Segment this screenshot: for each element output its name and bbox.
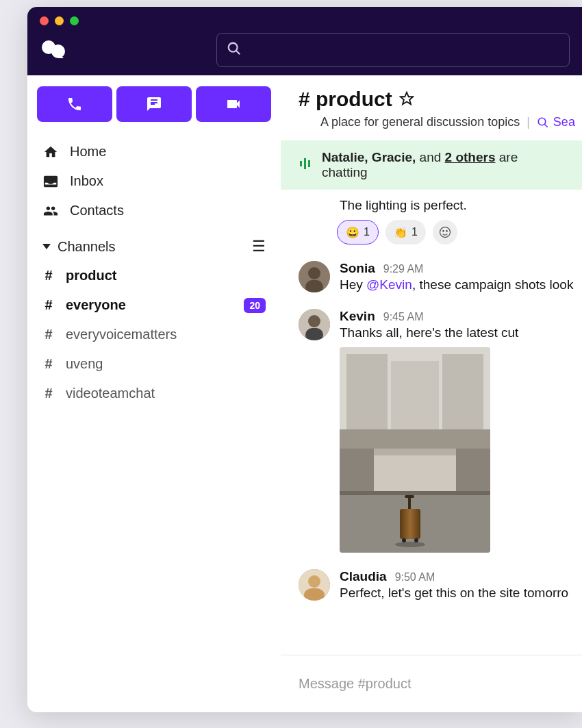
inbox-icon	[42, 174, 59, 189]
channel-item-everyvoicematters[interactable]: #everyvoicematters	[37, 320, 271, 349]
message-row: Sonia 9:29 AM Hey @Kevin, these campaign…	[299, 261, 582, 292]
svg-point-12	[446, 231, 447, 232]
channel-name: videoteamchat	[66, 386, 155, 401]
close-window-button[interactable]	[40, 16, 49, 25]
star-icon[interactable]	[399, 88, 414, 111]
global-search-input[interactable]	[216, 33, 570, 67]
sidebar: Home Inbox Contacts Channels ☰ #product	[27, 75, 281, 712]
channel-item-uveng[interactable]: #uveng	[37, 349, 271, 379]
caret-down-icon	[42, 244, 51, 249]
svg-rect-7	[300, 161, 302, 166]
svg-rect-29	[340, 491, 490, 495]
message-row: Claudia 9:50 AM Perfect, let's get this …	[299, 569, 582, 601]
previous-message-text: The lighting is perfect.	[340, 198, 582, 213]
message-list: The lighting is perfect. 😀 1 👏 1	[281, 190, 582, 655]
message-composer[interactable]: Message #product	[281, 655, 582, 712]
message-author: Claudia	[340, 569, 387, 584]
maximize-window-button[interactable]	[70, 16, 79, 25]
svg-rect-21	[391, 361, 439, 429]
sidebar-item-label: Contacts	[70, 203, 124, 218]
channel-name: product	[66, 268, 116, 284]
message-text: Hey @Kevin, these campaign shots look	[340, 277, 582, 292]
image-attachment[interactable]	[340, 347, 490, 553]
mention[interactable]: @Kevin	[366, 277, 412, 292]
svg-point-34	[402, 538, 406, 542]
channel-title-text: # product	[299, 88, 392, 111]
sidebar-item-label: Home	[70, 144, 106, 160]
channel-search-label: Sea	[553, 115, 575, 129]
svg-rect-33	[400, 509, 420, 539]
window-controls	[40, 16, 79, 25]
sidebar-item-label: Inbox	[70, 173, 103, 189]
message-time: 9:29 AM	[383, 263, 424, 275]
unread-badge: 20	[244, 298, 266, 313]
channel-name: everyvoicematters	[66, 327, 177, 342]
app-window: Home Inbox Contacts Channels ☰ #product	[27, 7, 582, 712]
search-icon	[227, 41, 242, 59]
reaction-count: 1	[412, 226, 418, 238]
hash-icon: #	[42, 268, 55, 284]
svg-rect-23	[340, 429, 490, 449]
svg-rect-31	[405, 495, 414, 498]
titlebar	[27, 7, 582, 75]
app-body: Home Inbox Contacts Channels ☰ #product	[27, 75, 582, 712]
channels-label: Channels	[58, 239, 116, 255]
message-text: Thanks all, here's the latest cut	[340, 325, 582, 340]
avatar[interactable]	[299, 309, 330, 340]
channel-search-link[interactable]: Sea	[537, 115, 575, 129]
svg-point-5	[538, 118, 546, 125]
sidebar-item-home[interactable]: Home	[37, 137, 271, 166]
hash-icon: #	[42, 356, 55, 372]
reaction-count: 1	[364, 226, 370, 238]
svg-rect-20	[346, 354, 388, 429]
quick-actions	[37, 86, 271, 122]
svg-rect-25	[456, 449, 490, 491]
avatar[interactable]	[299, 569, 330, 601]
reaction-emoji: 😀	[346, 226, 359, 239]
reaction-emoji: 👏	[394, 226, 407, 239]
svg-point-17	[308, 315, 320, 327]
svg-point-38	[308, 575, 320, 588]
hash-icon: #	[42, 297, 55, 313]
message-time: 9:50 AM	[395, 571, 435, 583]
channel-item-videoteamchat[interactable]: #videoteamchat	[37, 379, 271, 408]
svg-point-11	[442, 231, 444, 232]
app-logo	[40, 36, 67, 64]
message-author: Kevin	[340, 309, 375, 324]
svg-point-2	[229, 43, 238, 52]
add-reaction-button[interactable]	[433, 220, 457, 244]
message-button[interactable]	[116, 86, 192, 122]
minimize-window-button[interactable]	[55, 16, 64, 25]
hash-icon: #	[42, 386, 55, 401]
video-button[interactable]	[196, 86, 271, 122]
svg-point-35	[414, 538, 418, 542]
svg-rect-24	[340, 449, 374, 491]
call-button[interactable]	[37, 86, 112, 122]
channel-options-icon[interactable]: ☰	[252, 238, 266, 255]
divider: |	[527, 115, 530, 129]
chatting-text: Natalie, Gracie, and 2 others are chatti…	[322, 150, 564, 180]
avatar[interactable]	[299, 261, 330, 292]
channel-name: uveng	[66, 356, 103, 372]
svg-rect-39	[304, 588, 325, 601]
channels-section-header[interactable]: Channels ☰	[37, 225, 271, 261]
home-icon	[42, 145, 59, 160]
channel-title: # product	[299, 88, 582, 111]
svg-line-3	[236, 51, 240, 55]
message-text: Perfect, let's get this on the site tomo…	[340, 586, 582, 601]
reaction-clap[interactable]: 👏 1	[385, 220, 426, 244]
channel-item-everyone[interactable]: #everyone 20	[37, 290, 271, 320]
reaction-smile[interactable]: 😀 1	[337, 220, 379, 244]
svg-rect-9	[308, 160, 310, 167]
sidebar-item-inbox[interactable]: Inbox	[37, 166, 271, 196]
channel-item-product[interactable]: #product	[37, 261, 271, 290]
contacts-icon	[42, 203, 59, 218]
reactions-row: 😀 1 👏 1	[337, 220, 582, 244]
channel-header: # product A place for general discussion…	[281, 75, 582, 140]
svg-point-14	[308, 267, 320, 279]
sidebar-item-contacts[interactable]: Contacts	[37, 196, 271, 225]
composer-placeholder: Message #product	[299, 676, 412, 691]
svg-rect-22	[442, 354, 483, 429]
chatting-banner[interactable]: Natalie, Gracie, and 2 others are chatti…	[281, 140, 582, 190]
svg-rect-18	[305, 328, 323, 340]
